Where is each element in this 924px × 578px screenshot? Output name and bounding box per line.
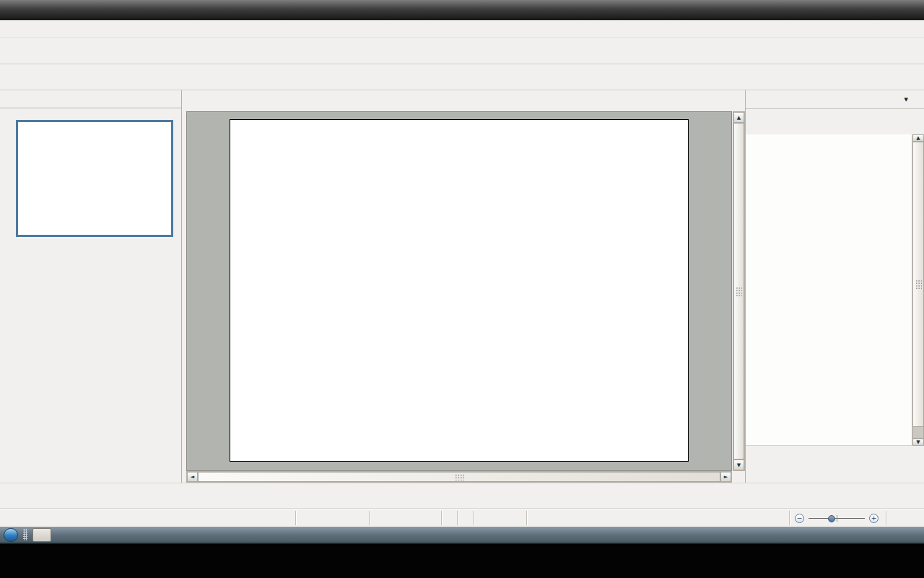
- android-navigation-bar: [0, 543, 924, 578]
- status-bar: − +: [0, 509, 924, 527]
- taskbar-grip: [23, 529, 27, 540]
- status-object-size[interactable]: [370, 511, 442, 525]
- chevron-down-icon: ▼: [905, 97, 908, 103]
- slider-center-tick: [837, 515, 837, 522]
- zoom-slider-track[interactable]: [808, 514, 865, 523]
- view-tab-bar: [182, 91, 745, 111]
- status-empty-cell: [442, 511, 458, 525]
- status-slide-indicator[interactable]: [474, 511, 527, 525]
- status-page-style[interactable]: [527, 511, 790, 525]
- zoom-out-icon[interactable]: −: [795, 514, 804, 523]
- scroll-up-icon[interactable]: ▲: [733, 112, 744, 123]
- title-bar: [0, 0, 924, 20]
- app-list-button[interactable]: [4, 528, 18, 542]
- vertical-scrollbar[interactable]: ▲ ▼: [733, 111, 745, 471]
- scroll-up-icon[interactable]: ▲: [912, 134, 924, 142]
- layouts-scroll-thumb[interactable]: [912, 142, 924, 427]
- slide-thumbnail[interactable]: [16, 120, 173, 237]
- slide-canvas[interactable]: [230, 119, 689, 462]
- status-empty-cell: [458, 511, 474, 525]
- horizontal-scroll-thumb[interactable]: [198, 472, 720, 482]
- tasks-view-menu[interactable]: ▼: [901, 97, 918, 103]
- workspace: ▲ ▼ ◄ ►: [182, 90, 745, 483]
- scroll-down-icon[interactable]: ▼: [912, 439, 924, 446]
- drawing-toolbar: [0, 483, 924, 509]
- menu-bar: [0, 20, 924, 38]
- canvas-area: [186, 111, 732, 471]
- screen: ▲ ▼ ◄ ► ▼ ▲ ▼: [0, 0, 924, 578]
- scroll-grip: [455, 474, 464, 480]
- slides-panel-header: [0, 90, 181, 108]
- horizontal-scrollbar[interactable]: ◄ ►: [186, 471, 732, 483]
- status-empty-left: [0, 511, 296, 525]
- task-button-impress[interactable]: [32, 528, 51, 542]
- tasks-panel: ▼ ▲ ▼: [745, 90, 924, 483]
- scroll-down-icon[interactable]: ▼: [733, 460, 744, 470]
- scroll-grip: [736, 287, 742, 296]
- layouts-grid: [746, 134, 912, 446]
- zoom-slider-thumb[interactable]: [828, 515, 835, 522]
- scroll-grip: [915, 280, 922, 289]
- scroll-left-icon[interactable]: ◄: [187, 472, 198, 482]
- status-zoom-percent[interactable]: [886, 511, 924, 525]
- scroll-right-icon[interactable]: ►: [720, 472, 731, 482]
- layouts-scrollbar[interactable]: ▲ ▼: [912, 134, 924, 446]
- slide-list-item[interactable]: [0, 120, 181, 237]
- tasks-panel-header: ▼: [746, 90, 924, 109]
- zoom-in-icon[interactable]: +: [869, 514, 879, 523]
- scroll-track[interactable]: [912, 427, 924, 439]
- slides-panel: [0, 90, 182, 483]
- vertical-scroll-thumb[interactable]: [733, 123, 744, 460]
- standard-toolbar: [0, 38, 924, 64]
- status-cursor-position[interactable]: [296, 511, 370, 525]
- taskbar: [0, 527, 924, 543]
- zoom-slider[interactable]: − +: [790, 511, 886, 525]
- line-and-filling-toolbar: [0, 64, 924, 90]
